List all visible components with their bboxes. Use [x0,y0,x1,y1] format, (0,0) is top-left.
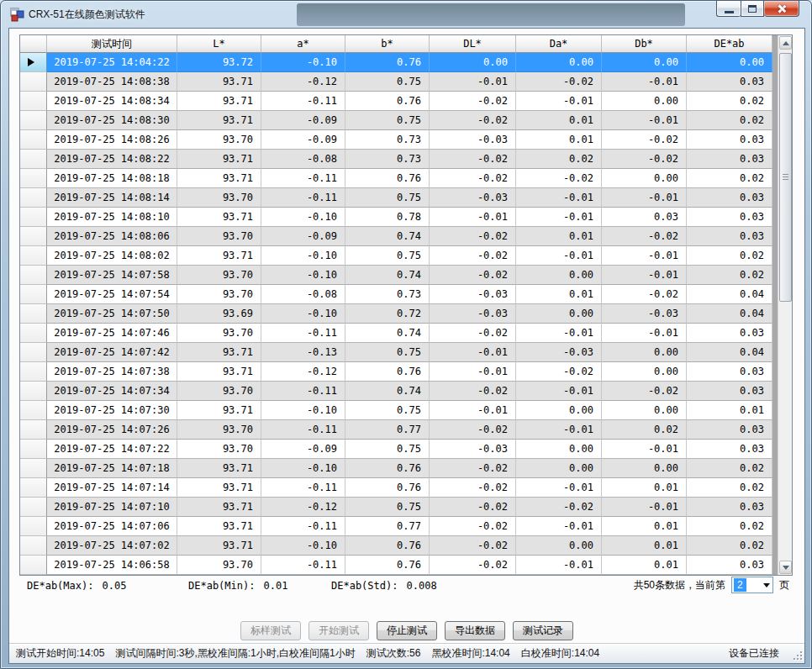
table-cell: 2019-07-25 14:06:58 [47,556,177,575]
column-header[interactable]: DE*ab [687,35,772,53]
table-row[interactable]: 2019-07-25 14:08:0693.70-0.090.74-0.020.… [20,227,772,246]
row-header[interactable] [20,459,47,478]
row-header[interactable] [20,111,47,130]
table-row[interactable]: 2019-07-25 14:07:1893.71-0.100.76-0.020.… [20,459,772,478]
maximize-button[interactable] [741,1,764,17]
row-header[interactable] [20,266,47,285]
table-row[interactable]: 2019-07-25 14:08:3893.71-0.120.75-0.01-0… [20,72,772,92]
stop-test-button[interactable]: 停止测试 [377,621,437,640]
export-data-button[interactable]: 导出数据 [445,621,505,640]
table-row[interactable]: 2019-07-25 14:08:2693.70-0.090.73-0.030.… [20,130,772,150]
de-min-value: 0.01 [263,580,287,592]
row-header[interactable] [20,362,47,382]
row-header[interactable] [20,150,47,169]
row-header[interactable] [20,382,47,401]
row-header[interactable] [20,420,47,440]
app-icon [10,8,24,22]
table-cell: 0.00 [687,53,772,72]
table-cell: -0.09 [261,440,345,459]
row-header[interactable] [20,536,47,556]
column-header[interactable]: L* [177,35,261,53]
table-cell: 0.01 [516,227,602,246]
row-header[interactable] [20,130,47,150]
table-cell: 93.69 [177,304,261,324]
resize-grip[interactable] [794,651,802,660]
table-cell: -0.02 [430,536,516,556]
minimize-button[interactable] [716,1,741,17]
table-row[interactable]: 2019-07-25 14:07:5493.70-0.080.73-0.030.… [20,285,772,304]
table-cell: 0.02 [602,420,687,440]
table-cell: -0.10 [261,246,345,266]
table-row[interactable]: 2019-07-25 14:04:2293.72-0.100.760.000.0… [20,53,772,72]
row-header[interactable] [20,53,47,72]
status-white-cal-time: 白校准时间:14:04 [521,646,599,661]
table-cell: 0.03 [687,382,772,401]
row-header[interactable] [20,92,47,111]
row-header[interactable] [20,324,47,343]
row-header[interactable] [20,556,47,575]
table-cell: 0.03 [687,440,772,459]
combo-dropdown-button[interactable] [760,577,772,593]
test-records-button[interactable]: 测试记录 [513,621,573,640]
scroll-up-button[interactable] [779,36,792,50]
table-row[interactable]: 2019-07-25 14:08:3093.71-0.090.75-0.020.… [20,111,772,130]
column-header[interactable]: Db* [602,35,687,53]
table-row[interactable]: 2019-07-25 14:08:1493.70-0.110.75-0.03-0… [20,188,772,208]
row-header[interactable] [20,246,47,266]
scrollbar-thumb[interactable] [779,53,792,302]
table-row[interactable]: 2019-07-25 14:07:5893.70-0.100.74-0.020.… [20,266,772,285]
table-row[interactable]: 2019-07-25 14:07:3493.70-0.110.74-0.02-0… [20,382,772,401]
table-row[interactable]: 2019-07-25 14:07:4693.70-0.110.74-0.02-0… [20,324,772,343]
table-cell: 2019-07-25 14:07:42 [47,343,177,362]
title-bar[interactable]: CRX-51在线颜色测试软件 [1,1,811,29]
table-row[interactable]: 2019-07-25 14:07:2293.70-0.090.75-0.030.… [20,440,772,459]
table-row[interactable]: 2019-07-25 14:07:1493.71-0.110.76-0.02-0… [20,478,772,498]
row-header[interactable] [20,227,47,246]
row-header[interactable] [20,169,47,188]
scroll-down-button[interactable] [779,561,792,574]
table-row[interactable]: 2019-07-25 14:07:2693.70-0.110.77-0.02-0… [20,420,772,440]
row-header[interactable] [20,285,47,304]
table-cell: -0.11 [261,420,345,440]
table-cell: -0.12 [261,498,345,517]
row-header[interactable] [20,304,47,324]
table-cell: -0.01 [602,111,687,130]
column-header[interactable]: DL* [430,35,516,53]
row-header[interactable] [20,478,47,498]
table-row[interactable]: 2019-07-25 14:07:0293.71-0.100.76-0.020.… [20,536,772,556]
close-button[interactable] [764,1,799,17]
table-row[interactable]: 2019-07-25 14:07:5093.69-0.100.72-0.030.… [20,304,772,324]
table-cell: 0.75 [345,498,430,517]
table-cell: -0.11 [261,478,345,498]
table-row[interactable]: 2019-07-25 14:07:0693.71-0.110.77-0.02-0… [20,517,772,536]
table-cell: -0.10 [261,459,345,478]
page-select[interactable]: 2 [731,577,773,593]
row-header[interactable] [20,498,47,517]
column-header[interactable]: Da* [516,35,602,53]
table-row[interactable]: 2019-07-25 14:07:3893.71-0.120.76-0.01-0… [20,362,772,382]
table-row[interactable]: 2019-07-25 14:06:5893.70-0.110.76-0.02-0… [20,556,772,575]
table-row[interactable]: 2019-07-25 14:08:1893.71-0.110.76-0.02-0… [20,169,772,188]
column-header[interactable]: b* [345,35,430,53]
table-row[interactable]: 2019-07-25 14:07:3093.71-0.100.75-0.010.… [20,401,772,420]
row-header[interactable] [20,188,47,208]
table-row[interactable]: 2019-07-25 14:07:1093.71-0.120.75-0.02-0… [20,498,772,517]
table-cell: -0.02 [516,362,602,382]
column-header[interactable]: 测试时间 [47,35,177,53]
row-header[interactable] [20,343,47,362]
table-row[interactable]: 2019-07-25 14:08:2293.71-0.080.73-0.020.… [20,150,772,169]
table-row[interactable]: 2019-07-25 14:08:0293.71-0.100.75-0.02-0… [20,246,772,266]
row-header[interactable] [20,72,47,92]
table-row[interactable]: 2019-07-25 14:07:4293.71-0.130.75-0.01-0… [20,343,772,362]
table-row[interactable]: 2019-07-25 14:08:3493.71-0.110.76-0.02-0… [20,92,772,111]
row-header[interactable] [20,517,47,536]
column-header[interactable]: a* [261,35,345,53]
vertical-scrollbar[interactable] [778,35,792,575]
row-header[interactable] [20,440,47,459]
row-header[interactable] [20,401,47,420]
table-cell: 0.00 [516,536,602,556]
table-cell: 0.01 [516,130,602,150]
table-cell: 2019-07-25 14:07:14 [47,478,177,498]
table-row[interactable]: 2019-07-25 14:08:1093.71-0.100.78-0.01-0… [20,208,772,227]
row-header[interactable] [20,208,47,227]
